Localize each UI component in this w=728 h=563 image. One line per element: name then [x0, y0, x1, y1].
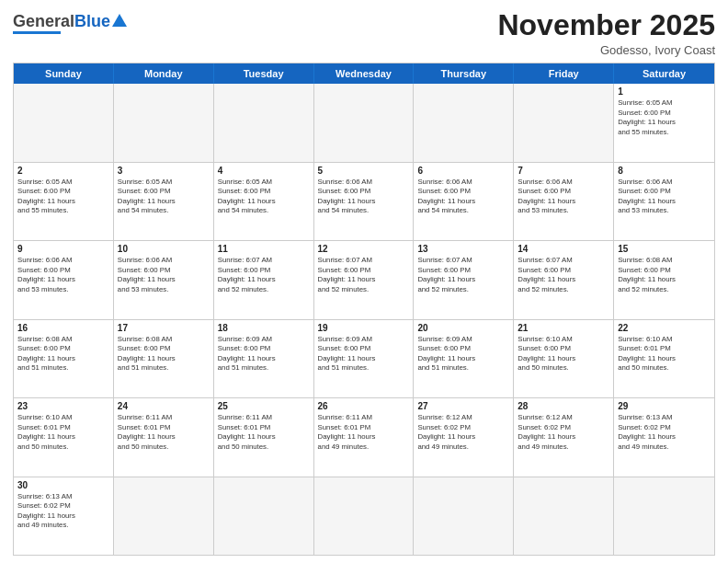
day-cell-25: 25Sunrise: 6:11 AM Sunset: 6:01 PM Dayli…: [214, 398, 314, 476]
day-number: 14: [518, 244, 609, 254]
day-cell-7: 7Sunrise: 6:06 AM Sunset: 6:00 PM Daylig…: [514, 163, 614, 240]
empty-cell: [14, 84, 114, 161]
logo-blue: Blue: [74, 13, 110, 29]
day-info: Sunrise: 6:06 AM Sunset: 6:00 PM Dayligh…: [417, 178, 509, 216]
day-number: 30: [17, 480, 109, 490]
day-info: Sunrise: 6:10 AM Sunset: 6:00 PM Dayligh…: [518, 335, 609, 373]
day-cell-10: 10Sunrise: 6:06 AM Sunset: 6:00 PM Dayli…: [114, 241, 214, 318]
day-cell-5: 5Sunrise: 6:06 AM Sunset: 6:00 PM Daylig…: [314, 163, 415, 240]
day-info: Sunrise: 6:06 AM Sunset: 6:00 PM Dayligh…: [318, 178, 410, 216]
day-number: 2: [17, 166, 109, 176]
day-cell-18: 18Sunrise: 6:09 AM Sunset: 6:00 PM Dayli…: [214, 320, 314, 397]
calendar-row: 16Sunrise: 6:08 AM Sunset: 6:00 PM Dayli…: [14, 319, 714, 397]
day-cell-24: 24Sunrise: 6:11 AM Sunset: 6:01 PM Dayli…: [114, 398, 214, 476]
day-number: 22: [618, 323, 711, 333]
day-info: Sunrise: 6:06 AM Sunset: 6:00 PM Dayligh…: [17, 256, 109, 294]
weekday-header-friday: Friday: [514, 63, 614, 84]
day-info: Sunrise: 6:07 AM Sunset: 6:00 PM Dayligh…: [218, 256, 310, 294]
day-cell-19: 19Sunrise: 6:09 AM Sunset: 6:00 PM Dayli…: [314, 320, 415, 397]
day-info: Sunrise: 6:12 AM Sunset: 6:02 PM Dayligh…: [518, 413, 609, 452]
day-info: Sunrise: 6:07 AM Sunset: 6:00 PM Dayligh…: [417, 256, 509, 294]
day-info: Sunrise: 6:09 AM Sunset: 6:00 PM Dayligh…: [218, 335, 310, 373]
header: General Blue November 2025 Godesso, Ivor…: [13, 9, 715, 57]
day-cell-13: 13Sunrise: 6:07 AM Sunset: 6:00 PM Dayli…: [414, 241, 514, 318]
day-info: Sunrise: 6:07 AM Sunset: 6:00 PM Dayligh…: [318, 256, 410, 294]
day-info: Sunrise: 6:05 AM Sunset: 6:00 PM Dayligh…: [618, 98, 711, 137]
day-info: Sunrise: 6:11 AM Sunset: 6:01 PM Dayligh…: [218, 413, 310, 452]
title-area: November 2025 Godesso, Ivory Coast: [497, 9, 715, 57]
day-cell-30: 30Sunrise: 6:13 AM Sunset: 6:02 PM Dayli…: [14, 477, 114, 555]
logo-general: General: [13, 13, 74, 29]
empty-cell: [314, 477, 415, 555]
logo: General Blue: [13, 9, 127, 34]
empty-cell: [214, 477, 314, 555]
day-number: 7: [518, 166, 609, 176]
day-info: Sunrise: 6:06 AM Sunset: 6:00 PM Dayligh…: [118, 256, 210, 294]
location-subtitle: Godesso, Ivory Coast: [497, 43, 715, 57]
day-number: 17: [118, 323, 210, 333]
day-cell-4: 4Sunrise: 6:05 AM Sunset: 6:00 PM Daylig…: [214, 163, 314, 240]
day-number: 28: [518, 401, 609, 411]
day-info: Sunrise: 6:09 AM Sunset: 6:00 PM Dayligh…: [318, 335, 410, 373]
weekday-header-wednesday: Wednesday: [314, 63, 415, 84]
day-number: 21: [518, 323, 609, 333]
empty-cell: [414, 84, 514, 161]
empty-cell: [114, 477, 214, 555]
day-cell-20: 20Sunrise: 6:09 AM Sunset: 6:00 PM Dayli…: [414, 320, 514, 397]
day-cell-26: 26Sunrise: 6:11 AM Sunset: 6:01 PM Dayli…: [314, 398, 415, 476]
weekday-header-sunday: Sunday: [14, 63, 114, 84]
day-number: 18: [218, 323, 310, 333]
day-info: Sunrise: 6:12 AM Sunset: 6:02 PM Dayligh…: [417, 413, 509, 452]
day-number: 12: [318, 244, 410, 254]
day-cell-23: 23Sunrise: 6:10 AM Sunset: 6:01 PM Dayli…: [14, 398, 114, 476]
day-info: Sunrise: 6:11 AM Sunset: 6:01 PM Dayligh…: [118, 413, 210, 452]
day-cell-21: 21Sunrise: 6:10 AM Sunset: 6:00 PM Dayli…: [514, 320, 614, 397]
day-number: 1: [618, 86, 711, 97]
day-number: 4: [218, 166, 310, 176]
day-cell-14: 14Sunrise: 6:07 AM Sunset: 6:00 PM Dayli…: [514, 241, 614, 318]
day-cell-3: 3Sunrise: 6:05 AM Sunset: 6:00 PM Daylig…: [114, 163, 214, 240]
day-number: 24: [118, 401, 210, 411]
day-number: 15: [618, 244, 711, 254]
day-cell-8: 8Sunrise: 6:06 AM Sunset: 6:00 PM Daylig…: [614, 163, 714, 240]
day-number: 23: [17, 401, 109, 411]
calendar-row: 2Sunrise: 6:05 AM Sunset: 6:00 PM Daylig…: [14, 162, 714, 240]
month-title: November 2025: [497, 9, 715, 41]
weekday-header-thursday: Thursday: [414, 63, 514, 84]
day-cell-27: 27Sunrise: 6:12 AM Sunset: 6:02 PM Dayli…: [414, 398, 514, 476]
day-cell-9: 9Sunrise: 6:06 AM Sunset: 6:00 PM Daylig…: [14, 241, 114, 318]
empty-cell: [614, 477, 714, 555]
day-info: Sunrise: 6:08 AM Sunset: 6:00 PM Dayligh…: [17, 335, 109, 373]
day-cell-28: 28Sunrise: 6:12 AM Sunset: 6:02 PM Dayli…: [514, 398, 614, 476]
day-number: 9: [17, 244, 109, 254]
day-info: Sunrise: 6:13 AM Sunset: 6:02 PM Dayligh…: [618, 413, 711, 452]
calendar-row: 30Sunrise: 6:13 AM Sunset: 6:02 PM Dayli…: [14, 477, 714, 555]
day-info: Sunrise: 6:08 AM Sunset: 6:00 PM Dayligh…: [618, 256, 711, 294]
empty-cell: [514, 84, 614, 161]
day-number: 26: [318, 401, 410, 411]
empty-cell: [314, 84, 415, 161]
day-number: 6: [417, 166, 509, 176]
day-number: 25: [218, 401, 310, 411]
day-number: 20: [417, 323, 509, 333]
day-cell-15: 15Sunrise: 6:08 AM Sunset: 6:00 PM Dayli…: [614, 241, 714, 318]
logo-line: [13, 31, 61, 34]
day-info: Sunrise: 6:07 AM Sunset: 6:00 PM Dayligh…: [518, 256, 609, 294]
empty-cell: [114, 84, 214, 161]
day-info: Sunrise: 6:06 AM Sunset: 6:00 PM Dayligh…: [518, 178, 609, 216]
day-cell-17: 17Sunrise: 6:08 AM Sunset: 6:00 PM Dayli…: [114, 320, 214, 397]
day-number: 19: [318, 323, 410, 333]
day-info: Sunrise: 6:09 AM Sunset: 6:00 PM Dayligh…: [417, 335, 509, 373]
day-info: Sunrise: 6:13 AM Sunset: 6:02 PM Dayligh…: [17, 492, 109, 531]
empty-cell: [414, 477, 514, 555]
day-number: 29: [618, 401, 711, 411]
day-number: 27: [417, 401, 509, 411]
calendar: SundayMondayTuesdayWednesdayThursdayFrid…: [13, 63, 715, 556]
day-cell-11: 11Sunrise: 6:07 AM Sunset: 6:00 PM Dayli…: [214, 241, 314, 318]
day-info: Sunrise: 6:08 AM Sunset: 6:00 PM Dayligh…: [118, 335, 210, 373]
logo-text: General Blue: [13, 13, 127, 29]
day-info: Sunrise: 6:05 AM Sunset: 6:00 PM Dayligh…: [118, 178, 210, 216]
weekday-header-tuesday: Tuesday: [214, 63, 314, 84]
calendar-row: 23Sunrise: 6:10 AM Sunset: 6:01 PM Dayli…: [14, 397, 714, 476]
day-cell-6: 6Sunrise: 6:06 AM Sunset: 6:00 PM Daylig…: [414, 163, 514, 240]
